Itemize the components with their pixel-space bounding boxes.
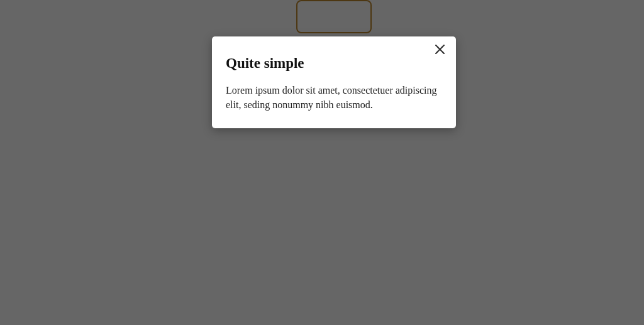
modal-dialog: Quite simple Lorem ipsum dolor sit amet,… — [212, 36, 456, 128]
modal-body-text: Lorem ipsum dolor sit amet, consectetuer… — [226, 83, 442, 112]
close-icon — [435, 45, 445, 56]
modal-title: Quite simple — [226, 55, 442, 72]
close-button[interactable] — [432, 43, 447, 58]
